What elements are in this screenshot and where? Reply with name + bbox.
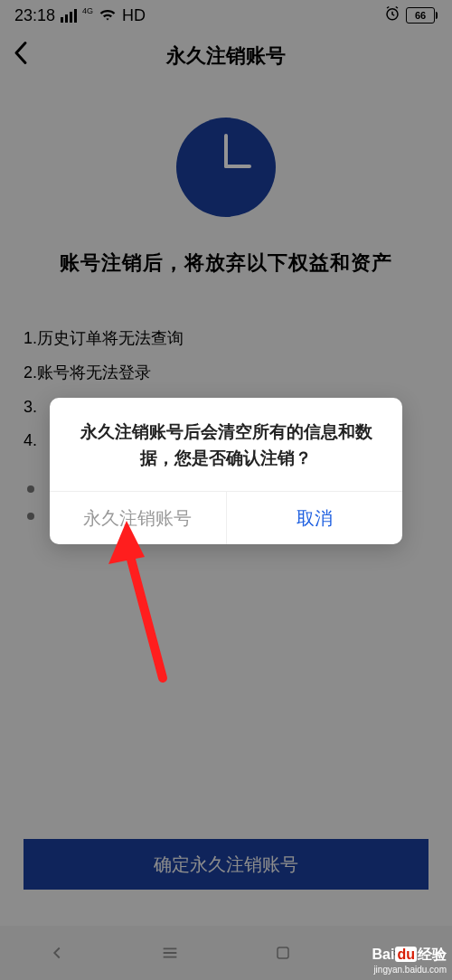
watermark-url: jingyan.baidu.com bbox=[372, 965, 447, 975]
watermark-bai: Bai bbox=[372, 947, 395, 962]
watermark-suffix: 经验 bbox=[418, 947, 447, 962]
watermark-du: du bbox=[395, 947, 417, 962]
watermark-logo: Baidu经验 bbox=[372, 946, 447, 965]
device-frame: 23:18 4G HD 66 永久注销账号 账号注销后，将放弃以 bbox=[0, 0, 452, 980]
dialog-confirm-button[interactable]: 永久注销账号 bbox=[50, 492, 227, 544]
dialog-buttons: 永久注销账号 取消 bbox=[50, 491, 402, 544]
dialog-cancel-button[interactable]: 取消 bbox=[227, 492, 403, 544]
dialog-message: 永久注销账号后会清空所有的信息和数据，您是否确认注销？ bbox=[50, 398, 402, 491]
confirm-dialog: 永久注销账号后会清空所有的信息和数据，您是否确认注销？ 永久注销账号 取消 bbox=[50, 398, 402, 544]
watermark: Baidu经验 jingyan.baidu.com bbox=[372, 946, 447, 975]
